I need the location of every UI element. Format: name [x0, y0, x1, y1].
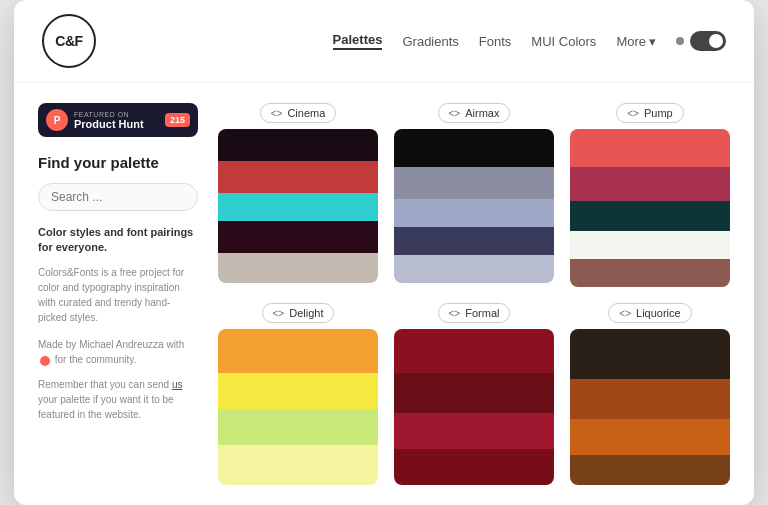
- main-content: P FEATURED ON Product Hunt 215 Find your…: [14, 83, 754, 505]
- swatch: [218, 329, 378, 373]
- palette-liquorice-swatches: [570, 329, 730, 485]
- swatch: [394, 255, 554, 283]
- logo: C&F: [42, 14, 96, 68]
- nav-gradients[interactable]: Gradients: [402, 34, 458, 49]
- swatch: [218, 193, 378, 221]
- chevron-down-icon: ▾: [649, 34, 656, 49]
- palette-delight-label[interactable]: <> Delight: [262, 303, 335, 323]
- theme-dot: [676, 37, 684, 45]
- swatch: [394, 329, 554, 373]
- palette-pump: <> Pump: [570, 103, 730, 287]
- palette-liquorice-label[interactable]: <> Liquorice: [608, 303, 691, 323]
- palette-airmax: <> Airmax: [394, 103, 554, 287]
- palette-cinema-label[interactable]: <> Cinema: [260, 103, 337, 123]
- palette-airmax-label[interactable]: <> Airmax: [438, 103, 511, 123]
- swatch: [394, 129, 554, 167]
- swatch: [394, 373, 554, 413]
- swatch: [218, 129, 378, 161]
- header: C&F Palettes Gradients Fonts MUI Colors …: [14, 0, 754, 83]
- sidebar: P FEATURED ON Product Hunt 215 Find your…: [38, 103, 218, 485]
- sidebar-send: Remember that you can send us your palet…: [38, 377, 198, 422]
- palette-airmax-swatches: [394, 129, 554, 283]
- nav: Palettes Gradients Fonts MUI Colors More…: [333, 31, 726, 51]
- palette-formal: <> Formal: [394, 303, 554, 485]
- code-icon: <>: [271, 108, 283, 119]
- sidebar-made-by: Made by Michael Andreuzza with for the c…: [38, 337, 198, 367]
- heart-icon: [40, 356, 50, 366]
- palette-formal-swatches: [394, 329, 554, 485]
- swatch: [394, 199, 554, 227]
- swatch: [218, 445, 378, 485]
- swatch: [570, 455, 730, 485]
- swatch: [218, 373, 378, 409]
- find-palette-title: Find your palette: [38, 153, 198, 173]
- app-window: C&F Palettes Gradients Fonts MUI Colors …: [14, 0, 754, 505]
- nav-more[interactable]: More ▾: [616, 34, 656, 49]
- sidebar-description: Colors&Fonts is a free project for color…: [38, 265, 198, 325]
- swatch: [570, 129, 730, 167]
- product-hunt-icon: P: [46, 109, 68, 131]
- swatch: [570, 201, 730, 231]
- swatch: [570, 167, 730, 201]
- nav-fonts[interactable]: Fonts: [479, 34, 512, 49]
- code-icon: <>: [619, 308, 631, 319]
- swatch: [570, 259, 730, 287]
- palette-liquorice: <> Liquorice: [570, 303, 730, 485]
- swatch: [218, 409, 378, 445]
- code-icon: <>: [273, 308, 285, 319]
- send-link[interactable]: us: [172, 379, 183, 390]
- swatch: [570, 379, 730, 419]
- theme-toggle[interactable]: [690, 31, 726, 51]
- palette-formal-label[interactable]: <> Formal: [438, 303, 511, 323]
- palette-cinema-swatches: [218, 129, 378, 283]
- swatch: [570, 329, 730, 379]
- swatch: [218, 161, 378, 193]
- search-input[interactable]: [38, 183, 198, 211]
- swatch: [570, 419, 730, 455]
- swatch: [394, 449, 554, 485]
- palette-delight: <> Delight: [218, 303, 378, 485]
- sidebar-tagline: Color styles and font pairings for every…: [38, 225, 198, 256]
- palette-cinema: <> Cinema: [218, 103, 378, 287]
- code-icon: <>: [449, 108, 461, 119]
- palettes-grid: <> Cinema <> Airmax: [218, 103, 730, 485]
- swatch: [218, 253, 378, 283]
- swatch: [394, 167, 554, 199]
- palette-pump-swatches: [570, 129, 730, 287]
- swatch: [570, 231, 730, 259]
- swatch: [394, 227, 554, 255]
- theme-toggle-wrap: [676, 31, 726, 51]
- code-icon: <>: [449, 308, 461, 319]
- nav-palettes[interactable]: Palettes: [333, 32, 383, 50]
- code-icon: <>: [627, 108, 639, 119]
- swatch: [218, 221, 378, 253]
- palette-pump-label[interactable]: <> Pump: [616, 103, 683, 123]
- product-hunt-badge[interactable]: P FEATURED ON Product Hunt 215: [38, 103, 198, 137]
- nav-mui-colors[interactable]: MUI Colors: [531, 34, 596, 49]
- swatch: [394, 413, 554, 449]
- palette-delight-swatches: [218, 329, 378, 485]
